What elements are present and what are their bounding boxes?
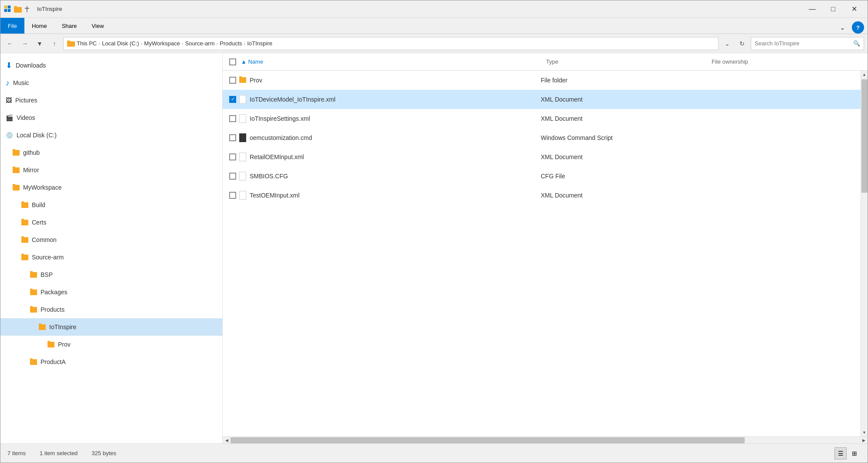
row-name-cell: IoTInspireSettings.xml	[239, 114, 541, 123]
sidebar-item-label: Packages	[41, 289, 67, 296]
ribbon-right: ⌄ ?	[836, 21, 868, 34]
sidebar-item-pictures[interactable]: 🖼 Pictures	[0, 92, 222, 109]
row-checkbox[interactable]	[229, 192, 236, 199]
sidebar-item-packages[interactable]: Packages	[0, 283, 222, 301]
folder-icon	[21, 220, 28, 225]
large-icons-view-button[interactable]: ⊞	[848, 447, 861, 460]
tab-file[interactable]: File	[0, 18, 24, 34]
sidebar-item-label: Products	[41, 306, 64, 313]
sidebar-item-common[interactable]: Common	[0, 231, 222, 249]
column-name-header[interactable]: ▲ Name	[239, 58, 546, 65]
tab-home[interactable]: Home	[24, 18, 54, 34]
scroll-thumb[interactable]	[861, 79, 868, 193]
folder-icon	[21, 202, 28, 208]
header-checkbox[interactable]	[229, 58, 236, 65]
sidebar-item-label: BSP	[41, 271, 53, 278]
downloads-icon: ⬇	[6, 61, 12, 70]
row-type-cell: XML Document	[541, 192, 706, 199]
folder-icon	[21, 237, 28, 243]
up-button[interactable]: ↑	[48, 37, 61, 50]
table-row[interactable]: IoTInspireSettings.xml XML Document	[223, 109, 861, 128]
xml-file-icon	[239, 191, 246, 200]
search-box[interactable]: 🔍	[751, 37, 864, 50]
table-row[interactable]: SMBIOS.CFG CFG File	[223, 167, 861, 186]
row-filename: SMBIOS.CFG	[250, 173, 288, 180]
sort-icon: ▲	[241, 58, 248, 65]
path-products: Products	[220, 40, 242, 47]
address-path[interactable]: This PC › Local Disk (C:) › MyWorkspace …	[63, 37, 719, 50]
tab-view[interactable]: View	[84, 18, 111, 34]
table-row[interactable]: TestOEMInput.xml XML Document	[223, 186, 861, 205]
sidebar-item-label: MyWorkspace	[23, 184, 61, 191]
scroll-right-arrow[interactable]: ▶	[860, 437, 868, 444]
ribbon: File Home Share View ⌄ ?	[0, 18, 868, 34]
scroll-thumb-h[interactable]	[231, 437, 745, 443]
svg-rect-9	[67, 41, 70, 42]
search-input[interactable]	[755, 40, 853, 47]
sidebar-item-label: Downloads	[16, 62, 46, 69]
folder-icon	[13, 167, 20, 173]
sidebar-item-certs[interactable]: Certs	[0, 214, 222, 231]
row-name-cell: oemcustomization.cmd	[239, 133, 541, 142]
sidebar-item-sourcearm[interactable]: Source-arm	[0, 249, 222, 266]
row-checkbox[interactable]	[229, 153, 236, 160]
table-row[interactable]: oemcustomization.cmd Windows Command Scr…	[223, 128, 861, 147]
dropdown-path-button[interactable]: ⌄	[721, 37, 733, 50]
vertical-scrollbar[interactable]: ▲ ▼	[861, 71, 868, 436]
sidebar-item-videos[interactable]: 🎬 Videos	[0, 109, 222, 126]
sidebar-item-mirror[interactable]: Mirror	[0, 161, 222, 179]
horizontal-scrollbar[interactable]: ◀ ▶	[223, 436, 868, 443]
scroll-down-arrow[interactable]: ▼	[861, 429, 868, 436]
table-row[interactable]: RetailOEMInput.xml XML Document	[223, 147, 861, 167]
row-type-cell: XML Document	[541, 153, 706, 160]
svg-rect-5	[14, 6, 17, 8]
address-bar: ← → ▼ ↑ This PC › Local Disk (C:) › MyWo…	[0, 34, 868, 53]
help-button[interactable]: ?	[852, 21, 864, 34]
status-bar: 7 items 1 item selected 325 bytes ☰ ⊞	[0, 443, 868, 463]
sidebar-item-prov[interactable]: Prov	[0, 336, 222, 353]
ribbon-collapse-button[interactable]: ⌄	[836, 21, 848, 34]
row-checkbox[interactable]: ✓	[229, 96, 236, 103]
sidebar-item-bsp[interactable]: BSP	[0, 266, 222, 283]
scroll-up-arrow[interactable]: ▲	[861, 71, 868, 78]
forward-button[interactable]: →	[19, 37, 31, 50]
sidebar-item-products[interactable]: Products	[0, 301, 222, 318]
sidebar-item-producta[interactable]: ProductA	[0, 353, 222, 371]
table-row[interactable]: ✓ IoTDeviceModel_IoTInspire.xml XML Docu…	[223, 90, 861, 109]
title-bar: IoTInspire — □ ✕	[0, 0, 868, 18]
scroll-left-arrow[interactable]: ◀	[223, 437, 231, 444]
folder-icon	[30, 359, 37, 365]
sidebar-item-iotinspire[interactable]: IoTInspire	[0, 318, 222, 336]
tab-share[interactable]: Share	[54, 18, 85, 34]
details-view-button[interactable]: ☰	[834, 447, 847, 460]
recent-locations-button[interactable]: ▼	[34, 37, 46, 50]
row-type-cell: Windows Command Script	[541, 134, 706, 141]
back-button[interactable]: ←	[4, 37, 16, 50]
row-checkbox[interactable]	[229, 173, 236, 180]
sidebar-item-myworkspace[interactable]: MyWorkspace	[0, 179, 222, 196]
close-button[interactable]: ✕	[844, 2, 864, 16]
row-checkbox[interactable]	[229, 115, 236, 122]
sidebar-item-github[interactable]: github	[0, 144, 222, 161]
column-ownership-header: File ownership	[712, 58, 864, 65]
row-filename: IoTInspireSettings.xml	[250, 115, 310, 122]
sidebar-item-localdisk[interactable]: 💿 Local Disk (C:)	[0, 126, 222, 144]
file-list: Prov File folder ✓ IoTDeviceModel_IoTIns…	[223, 71, 861, 436]
maximize-button[interactable]: □	[823, 2, 843, 16]
sidebar-item-build[interactable]: Build	[0, 196, 222, 214]
row-filename: RetailOEMInput.xml	[250, 153, 304, 160]
sidebar-item-music[interactable]: ♪ Music	[0, 74, 222, 92]
header-check-cell	[226, 58, 239, 65]
row-checkbox[interactable]	[229, 134, 236, 141]
row-check-cell	[226, 192, 239, 199]
row-check-cell: ✓	[226, 96, 239, 103]
row-type-cell: File folder	[541, 77, 706, 84]
ribbon-tabs: File Home Share View ⌄ ?	[0, 18, 868, 34]
sidebar-item-label: Music	[13, 79, 29, 86]
minimize-button[interactable]: —	[802, 2, 822, 16]
refresh-button[interactable]: ↻	[736, 37, 748, 50]
sidebar-item-downloads[interactable]: ⬇ Downloads	[0, 57, 222, 74]
row-checkbox[interactable]	[229, 77, 236, 84]
table-row[interactable]: Prov File folder	[223, 71, 861, 90]
row-check-cell	[226, 115, 239, 122]
